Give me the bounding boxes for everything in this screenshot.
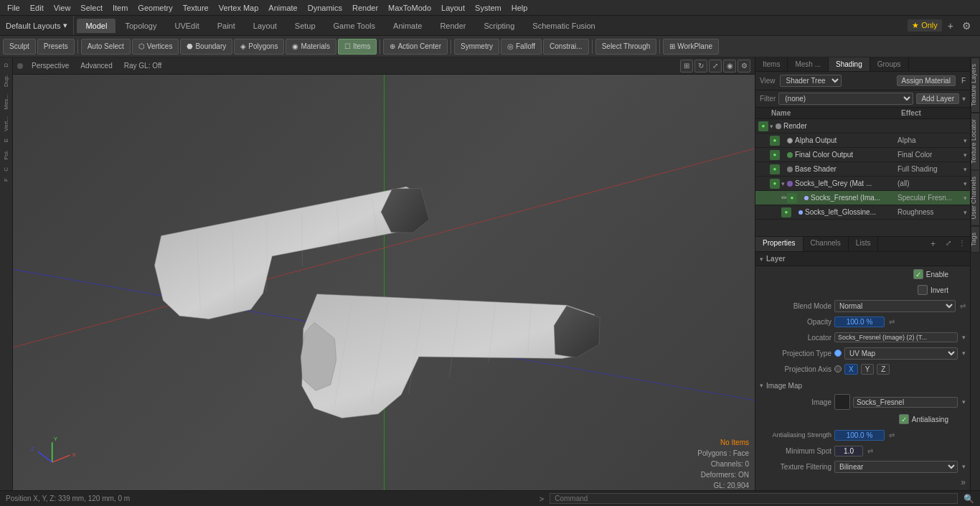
tab-layout[interactable]: Layout (245, 19, 286, 33)
opacity-input[interactable]: 100.0 % (834, 317, 885, 327)
vis-toggle-baseshader[interactable]: ● (770, 164, 780, 174)
menu-texture[interactable]: Texture (179, 2, 213, 14)
tex-filtering-select[interactable]: Bilinear (834, 461, 958, 473)
vis-toggle-finalcolor[interactable]: ● (770, 150, 780, 160)
enable-checkbox[interactable]: ✓ (913, 269, 923, 279)
tab-render[interactable]: Render (431, 19, 474, 33)
boundary-button[interactable]: ⬣ Boundary (180, 39, 232, 55)
menu-dynamics[interactable]: Dynamics (303, 2, 347, 14)
presets-button[interactable]: Presets (37, 39, 75, 55)
command-input[interactable] (550, 493, 958, 504)
proj-axis-z[interactable]: Z (877, 364, 890, 375)
viewport-ctrl-cam[interactable]: ◉ (723, 60, 736, 72)
viewport-advanced-label[interactable]: Advanced (77, 61, 115, 70)
tab-items[interactable]: Items (755, 57, 788, 71)
sidebar-icon-f[interactable]: F (1, 175, 11, 184)
constraints-button[interactable]: Constrai... (543, 39, 589, 55)
props-tab-lists[interactable]: Lists (849, 237, 879, 251)
symmetry-button[interactable]: Symmetry (454, 39, 499, 55)
tab-shading[interactable]: Shading (829, 57, 870, 71)
menu-help[interactable]: Help (507, 2, 532, 14)
sidebar-icon-d[interactable]: D (1, 60, 11, 70)
tab-mesh[interactable]: Mesh ... (788, 57, 829, 71)
polygons-button[interactable]: ◈ Polygons (234, 39, 284, 55)
sidebar-icon-pol[interactable]: Pol. (1, 147, 11, 163)
proj-axis-y[interactable]: Y (861, 364, 875, 375)
sidebar-icon-c[interactable]: C (1, 164, 11, 174)
layout-preset[interactable]: Default Layouts ▾ (0, 16, 74, 35)
locator-input[interactable]: Socks_Fresnel (Image) (2) (T... (834, 332, 958, 342)
sidebar-icon-vert[interactable]: Vert... (1, 113, 11, 134)
command-search-icon[interactable]: 🔍 (963, 494, 974, 504)
vis-toggle-fresnel[interactable]: ● (787, 193, 797, 203)
props-tab-channels[interactable]: Channels (804, 237, 849, 251)
viewport-ctrl-fit[interactable]: ⤢ (709, 60, 722, 72)
tab-paint[interactable]: Paint (209, 19, 244, 33)
props-icon-expand[interactable]: ⤢ (943, 238, 954, 250)
materials-button[interactable]: ◉ Materials (286, 39, 336, 55)
vtab-texture-layers[interactable]: Texture Layers (971, 57, 980, 113)
viewport-canvas[interactable]: X Y Z No Items Polygons : Face Channels:… (13, 75, 755, 490)
shader-tree-select[interactable]: Shader Tree (780, 75, 842, 87)
menu-select[interactable]: Select (76, 2, 107, 14)
antialiasing-checkbox[interactable]: ✓ (899, 414, 909, 424)
workplane-button[interactable]: ⊞ WorkPlane (663, 39, 719, 55)
menu-maxtomodo[interactable]: MaxToModo (384, 2, 435, 14)
expand-bottom-icon[interactable]: » (961, 477, 966, 487)
menu-geometry[interactable]: Geometry (133, 2, 176, 14)
aa-strength-input[interactable]: 100.0 % (834, 430, 885, 441)
expand-render[interactable]: ▾ (770, 123, 773, 130)
tree-row-baseshader[interactable]: ● ▸ Base Shader Full Shading ▾ (755, 162, 970, 177)
vis-toggle-alpha[interactable]: ● (770, 136, 780, 146)
items-button[interactable]: ☐ Items (338, 39, 377, 55)
settings-icon[interactable]: ⚙ (959, 20, 974, 32)
tree-row-glossine[interactable]: ● ▸ Socks_left_Glossine... Roughness ▾ (755, 205, 970, 220)
vtab-texture-locator[interactable]: Texture Locator (971, 113, 980, 170)
tree-row-socksgrey[interactable]: ● ▾ Socks_left_Grey (Mat ... (all) ▾ (755, 177, 970, 191)
layer-expand[interactable]: ▾ (760, 256, 763, 263)
viewport-ctrl-home[interactable]: ⊞ (680, 60, 693, 72)
select-through-button[interactable]: Select Through (595, 39, 657, 55)
props-icon-menu[interactable]: ⋮ (956, 238, 969, 250)
tab-schematic[interactable]: Schematic Fusion (524, 19, 603, 33)
props-tab-properties[interactable]: Properties (755, 237, 804, 251)
menu-item[interactable]: Item (108, 2, 132, 14)
proj-axis-x[interactable]: X (844, 364, 858, 375)
falloff-button[interactable]: ◎ Falloff (501, 39, 542, 55)
auto-select-button[interactable]: Auto Select (81, 39, 131, 55)
menu-vertex-map[interactable]: Vertex Map (215, 2, 263, 14)
min-spot-drag[interactable]: ⇄ (867, 447, 873, 455)
menu-layout[interactable]: Layout (437, 2, 469, 14)
image-swatch[interactable] (834, 394, 850, 410)
tab-animate[interactable]: Animate (385, 19, 430, 33)
viewport-ray-gl[interactable]: Ray GL: Off (121, 61, 165, 70)
proj-axis-radio[interactable] (834, 365, 842, 373)
tree-row-finalcolor[interactable]: ● ▸ Final Color Output Final Color ▾ (755, 148, 970, 162)
add-layout-button[interactable]: + (945, 20, 956, 32)
proj-type-select[interactable]: UV Map (844, 347, 958, 360)
vtab-tags[interactable]: Tags (971, 226, 980, 253)
viewport-ctrl-settings[interactable]: ⚙ (738, 60, 750, 72)
action-center-button[interactable]: ⊕ Action Center (383, 39, 448, 55)
sculpt-button[interactable]: Sculpt (3, 39, 36, 55)
proj-type-radio[interactable] (834, 350, 842, 357)
viewport-ctrl-rotate[interactable]: ↻ (694, 60, 707, 72)
tab-setup[interactable]: Setup (286, 19, 324, 33)
tab-uvedit[interactable]: UVEdit (166, 19, 207, 33)
invert-checkbox[interactable] (918, 285, 928, 295)
tab-gametools[interactable]: Game Tools (325, 19, 385, 33)
sidebar-icon-mesh[interactable]: Mes... (1, 91, 11, 113)
image-map-expand[interactable]: ▾ (760, 382, 763, 389)
tree-row-fresnel[interactable]: ✏ ● ▸ Socks_Fresnel (Ima... Specular Fre… (755, 191, 970, 205)
menu-system[interactable]: System (471, 2, 506, 14)
tab-model[interactable]: Model (77, 19, 116, 33)
blend-mode-select[interactable]: Normal (834, 300, 956, 312)
menu-animate[interactable]: Animate (264, 2, 301, 14)
menu-file[interactable]: File (3, 2, 24, 14)
add-layer-dropdown-icon[interactable]: ▾ (962, 95, 966, 103)
props-add-button[interactable]: + (925, 237, 941, 251)
menu-render[interactable]: Render (348, 2, 382, 14)
expand-socksgrey[interactable]: ▾ (781, 180, 785, 187)
opacity-drag[interactable]: ⇄ (889, 318, 895, 326)
vis-toggle-render[interactable]: ● (758, 121, 768, 131)
